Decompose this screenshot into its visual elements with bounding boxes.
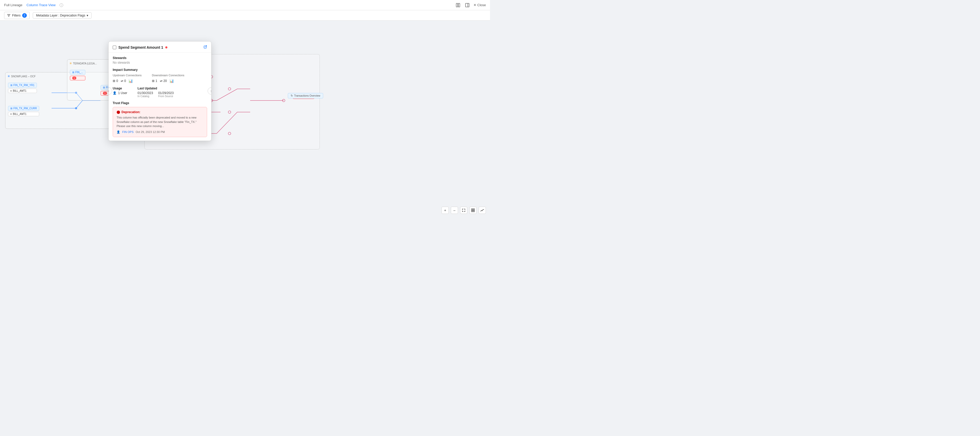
impact-label: Impact Summary (113, 68, 207, 71)
deprecation-box: ⬤ Deprecation: This column has officiall… (113, 107, 207, 137)
upstream-stats: ⊞ 0 ⇌ 0 📊 (113, 79, 142, 83)
no-stewards-text: No stewards (113, 61, 207, 64)
red-badge-2: 1 (103, 92, 107, 95)
downstream-label: Downstream Connections (152, 74, 185, 77)
close-label: Close (477, 3, 486, 7)
svg-rect-21 (473, 211, 474, 212)
chevron-down-icon: ▾ (87, 14, 88, 17)
col-icon-1: ≡ (10, 89, 12, 92)
fin-tx-rw-curr-label: FIN_TX_RW_CURR (13, 107, 37, 110)
usage-section: Usage 👤 1 User Last Updated 01/30/2023 I… (113, 87, 207, 98)
red-badge: 1 (72, 76, 76, 79)
fin-table1[interactable]: ⊞ FIN_... (70, 70, 85, 75)
trust-label: Trust Flags (113, 101, 207, 105)
upstream-tables-val: 0 (116, 79, 118, 83)
bill-amt1-col-2[interactable]: ≡ BILL_AMT1 (8, 112, 39, 116)
dep-title-text: Deprecation: (121, 110, 140, 114)
col-stat-icon: ⇌ (121, 79, 123, 83)
popup-title-text: Spend Segment Amount 1 (118, 45, 163, 49)
external-link-icon (204, 45, 207, 49)
upstream-col: Upstream Connections ⊞ 0 ⇌ 0 (113, 74, 142, 83)
usage-value: 👤 1 User (113, 91, 127, 95)
filter-count-badge: 2 (22, 13, 27, 18)
full-lineage-tab[interactable]: Full Lineage (4, 3, 22, 7)
layout-icon-btn[interactable] (455, 2, 461, 8)
teradata-icon: ✳ (69, 62, 72, 65)
source-date: 01/29/2023 From Source (158, 91, 173, 98)
table-stat-icon: ⊞ (113, 79, 115, 83)
svg-rect-0 (456, 3, 458, 7)
svg-rect-19 (473, 209, 474, 210)
col-stat-icon-2: ⇌ (160, 79, 162, 83)
impact-section: Impact Summary Upstream Connections ⊞ 0 … (113, 68, 207, 83)
catalog-date-val: 01/30/2023 (137, 91, 153, 95)
stewards-label: Stewards (113, 56, 207, 60)
dep-red-dot: ⬤ (116, 110, 120, 114)
bill-amt1-col-1[interactable]: ≡ BILL_AMT1 (8, 89, 37, 93)
usage-count: 1 User (118, 91, 127, 95)
info-icon[interactable]: i (60, 3, 63, 7)
close-x-icon: ✕ (474, 3, 476, 7)
column-type-icon (113, 46, 116, 49)
upstream-label: Upstream Connections (113, 74, 142, 77)
top-bar-right: ✕ Close (455, 2, 486, 8)
chart-view-icon (480, 208, 484, 212)
table-icon-3: ⊞ (72, 71, 74, 74)
red-badge-col[interactable]: 1 (70, 76, 85, 81)
bottom-controls: + – (442, 207, 486, 214)
downstream-cols-stat: ⇌ 20 (160, 79, 167, 83)
chart-view-button[interactable] (479, 207, 486, 214)
filter-icon (7, 14, 11, 17)
fit-icon (462, 208, 466, 212)
external-link-button[interactable] (204, 45, 207, 50)
top-bar-left: Full Lineage Column Trace View i (4, 3, 63, 7)
downstream-cols-val: 20 (164, 79, 167, 83)
bill-amt1-label-2: BILL_AMT1 (13, 113, 27, 116)
source-date-sub: From Source (158, 95, 173, 98)
dates-row: 01/30/2023 In Catalog 01/29/2023 From So… (137, 91, 173, 98)
zoom-in-button[interactable]: + (442, 207, 449, 214)
fin-tx-rw-yr1-table[interactable]: ⊞ FIN_TX_RW_YR1 (8, 83, 37, 87)
usage-col: Usage 👤 1 User (113, 87, 127, 98)
transform-icon-4: ↻ (291, 94, 293, 97)
upstream-chart-icon[interactable]: 📊 (129, 79, 133, 83)
author-icon: 👤 (116, 130, 120, 134)
trust-section: Trust Flags ⬤ Deprecation: This column h… (113, 101, 207, 137)
metadata-label: Metadata Layer : Deprecation Flags (36, 14, 85, 17)
catalog-date: 01/30/2023 In Catalog (137, 91, 153, 98)
dep-date: Oct 29, 2023 12:30 PM (136, 130, 165, 133)
filter-bar: Filters 2 Metadata Layer : Deprecation F… (0, 10, 490, 21)
fit-button[interactable] (460, 207, 467, 214)
catalog-date-sub: In Catalog (137, 95, 153, 98)
table-stat-icon-2: ⊞ (152, 79, 154, 83)
downstream-chart-icon[interactable]: 📊 (169, 79, 174, 83)
usage-label: Usage (113, 87, 127, 90)
zoom-out-button[interactable]: – (451, 207, 458, 214)
layout-toggle-button[interactable] (469, 207, 477, 214)
popup-panel: ‹ › Spend Segment Amount 1 (108, 41, 212, 141)
close-button[interactable]: ✕ Close (474, 3, 486, 7)
last-updated-col: Last Updated 01/30/2023 In Catalog 01/29… (137, 87, 173, 98)
metadata-layer-button[interactable]: Metadata Layer : Deprecation Flags ▾ (33, 13, 92, 19)
table-icon-2: ⊞ (10, 107, 13, 110)
deprecation-dot (165, 46, 167, 48)
downstream-stats: ⊞ 1 ⇌ 20 📊 (152, 79, 185, 83)
col-icon-2: ≡ (10, 113, 12, 116)
dep-footer: 👤 FIN OPS Oct 29, 2023 12:30 PM (116, 130, 203, 134)
downstream-tables-val: 1 (156, 79, 158, 83)
column-trace-tab[interactable]: Column Trace View (27, 3, 56, 7)
filters-button[interactable]: Filters 2 (4, 12, 30, 19)
svg-rect-20 (471, 211, 473, 212)
popup-title: Spend Segment Amount 1 (113, 45, 167, 49)
lineage-canvas: ✳ SNOWFLAKE – OCF ⊞ FIN_TX_RW_YR1 ≡ BILL… (0, 21, 490, 218)
top-bar: Full Lineage Column Trace View i ✕ Close (0, 0, 490, 10)
last-updated-label: Last Updated (137, 87, 173, 90)
layout-icon (456, 3, 460, 7)
upstream-cols-val: 0 (124, 79, 126, 83)
transactions-overview-header[interactable]: ↻ Transactions Overview (288, 93, 323, 98)
fin-tx-rw-curr-table[interactable]: ⊞ FIN_TX_RW_CURR (8, 106, 39, 111)
filters-label: Filters (12, 14, 21, 17)
downstream-col: Downstream Connections ⊞ 1 ⇌ 20 (152, 74, 185, 83)
fin-tx-rw-yr1-label: FIN_TX_RW_YR1 (13, 84, 35, 87)
panel-icon-btn[interactable] (464, 2, 470, 8)
